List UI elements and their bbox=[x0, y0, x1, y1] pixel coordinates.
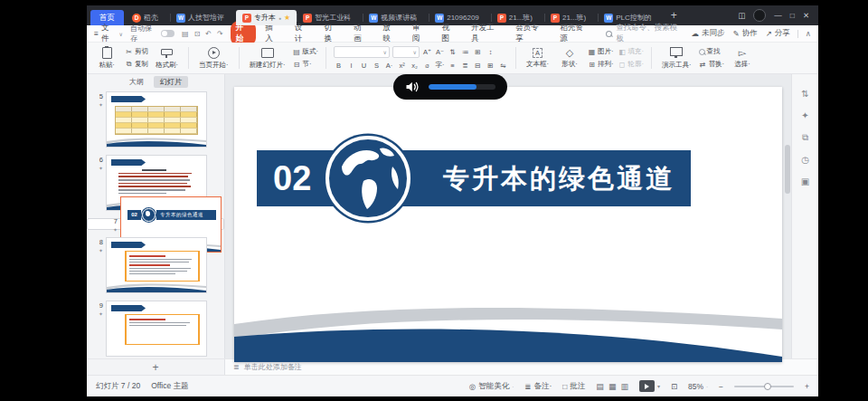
document-tab-label: 21096209 bbox=[447, 14, 479, 22]
play-from-current-button[interactable]: 当页开始· bbox=[196, 46, 231, 71]
zoom-level[interactable]: 85%· bbox=[688, 382, 708, 391]
format-tool-button[interactable]: ⊟ bbox=[473, 61, 483, 71]
format-tool-button[interactable]: ⊞ bbox=[486, 61, 495, 71]
zoom-slider[interactable] bbox=[734, 386, 794, 387]
document-tab[interactable]: D 稻壳 bbox=[126, 10, 170, 25]
slide-thumbnail-7-selected[interactable]: 7 ✦ 02 专升本的绿色通道 bbox=[87, 218, 224, 230]
arrange-button[interactable]: ⊞ 排列· bbox=[588, 60, 614, 69]
slideshow-play-button[interactable] bbox=[639, 380, 655, 392]
format-tool-button[interactable]: I bbox=[346, 61, 356, 71]
menubar-action[interactable]: ☁ 未同步 bbox=[692, 28, 725, 39]
format-tool-button[interactable]: A· bbox=[384, 61, 394, 71]
layers-panel-icon[interactable]: ⧉ bbox=[802, 132, 808, 143]
close-button[interactable]: ✕ bbox=[803, 11, 809, 20]
add-slide-button[interactable]: + bbox=[87, 359, 225, 375]
font-tool-button[interactable]: A⁻ bbox=[435, 47, 445, 57]
format-tool-button[interactable]: x² bbox=[397, 61, 407, 71]
quick-icon[interactable]: ↷ bbox=[217, 30, 223, 38]
avatar[interactable] bbox=[753, 9, 766, 22]
new-tab-button[interactable]: + bbox=[664, 9, 684, 22]
notes-button[interactable]: ≣ 备注· bbox=[524, 381, 552, 392]
slide-thumbnail-9[interactable]: 9 ✦ bbox=[87, 301, 224, 357]
collapse-ribbon-button[interactable]: ∧ bbox=[806, 29, 811, 38]
font-size-select[interactable]: ∨ bbox=[392, 46, 420, 58]
slides-tab[interactable]: 幻灯片 bbox=[154, 76, 188, 88]
quick-access-icons: ▤⊡↶↷ bbox=[182, 30, 223, 38]
document-tab[interactable]: W PLC控制的 bbox=[598, 10, 664, 25]
history-clock-icon[interactable]: ◷ bbox=[801, 155, 809, 165]
textbox-button[interactable]: A 文本框· bbox=[524, 47, 552, 70]
format-tool-button[interactable]: U bbox=[359, 61, 369, 71]
command-search[interactable]: 查找命令、搜索模板 bbox=[606, 23, 684, 44]
format-tool-button[interactable]: 字· bbox=[435, 61, 445, 71]
comments-button[interactable]: □ 批注 bbox=[562, 381, 585, 392]
zoom-slider-knob[interactable] bbox=[764, 383, 771, 390]
format-tool-button[interactable]: x₂ bbox=[410, 61, 420, 71]
copy-button[interactable]: ⧉ 复制 bbox=[125, 60, 148, 69]
vertical-scrollbar[interactable] bbox=[785, 145, 790, 194]
cut-button[interactable]: ✂ 剪切 bbox=[125, 47, 148, 56]
format-tool-button[interactable]: B bbox=[334, 61, 344, 71]
document-tab[interactable]: P 智光工业科 bbox=[297, 10, 363, 25]
format-tool-button[interactable]: ⌀ bbox=[422, 61, 432, 71]
document-tab[interactable]: P 21...班) bbox=[544, 10, 598, 25]
paste-button[interactable]: 粘贴· bbox=[93, 46, 120, 71]
slide-thumbnail-8[interactable]: 8 ✦ bbox=[87, 237, 224, 293]
font-tool-button[interactable]: ⊞ bbox=[473, 47, 483, 57]
slide-layout-button[interactable]: ▤ 版式· bbox=[293, 47, 319, 56]
document-tab[interactable]: P 21...班) bbox=[491, 10, 544, 25]
minimize-button[interactable]: — bbox=[774, 11, 782, 20]
split-view-icon[interactable]: ◫ bbox=[738, 11, 745, 20]
document-tab[interactable]: P 专升本 ● ★ bbox=[236, 10, 297, 25]
view-mode-icon[interactable]: ▤ bbox=[596, 382, 604, 391]
font-tool-button[interactable]: ≔ bbox=[460, 47, 470, 57]
restore-button[interactable]: □ bbox=[790, 11, 795, 20]
font-tool-button[interactable]: ↕ bbox=[486, 47, 495, 57]
autosave-toggle[interactable]: 自动保存 bbox=[130, 24, 175, 43]
menubar-action[interactable]: ✎ 协作 bbox=[733, 28, 758, 39]
format-tool-button[interactable]: ≡ bbox=[448, 61, 458, 71]
fit-slide-button[interactable]: ⊡ bbox=[671, 382, 677, 391]
font-name-select[interactable]: ∨ bbox=[334, 46, 390, 58]
fill-button[interactable]: ◧ 填充· bbox=[618, 47, 645, 56]
media-panel-icon[interactable]: ▣ bbox=[801, 177, 809, 186]
replace-button[interactable]: ⇄ 替换· bbox=[699, 60, 725, 69]
format-tool-button[interactable]: ⇋ bbox=[498, 61, 508, 71]
find-button[interactable]: 查找 bbox=[699, 47, 725, 56]
view-mode-icon[interactable]: ▥ bbox=[620, 382, 628, 391]
document-tab-label: 21...班) bbox=[509, 13, 533, 23]
theme-name[interactable]: Office 主题 bbox=[151, 381, 188, 392]
file-menu[interactable]: ≡ 文件 ∨ bbox=[94, 23, 123, 44]
menubar-action[interactable]: ↗ 分享 bbox=[766, 28, 790, 39]
outline-icon: ◻ bbox=[618, 61, 627, 69]
quick-icon[interactable]: ▤ bbox=[182, 30, 189, 38]
current-slide[interactable]: 02 专升本的绿色通道 bbox=[234, 87, 782, 362]
slide-thumbnail-5[interactable]: 5 ✦ bbox=[87, 91, 224, 148]
slide-canvas[interactable]: 02 专升本的绿色通道 bbox=[225, 74, 791, 358]
beautify-sparkle-icon[interactable]: ✦ bbox=[801, 110, 808, 120]
format-tool-button[interactable]: ≣ bbox=[460, 61, 470, 71]
shapes-button[interactable]: ◇ 形状· bbox=[556, 47, 583, 70]
format-tool-button[interactable]: S bbox=[372, 61, 382, 71]
zoom-in-button[interactable]: + bbox=[805, 382, 809, 391]
picture-button[interactable]: ▦ 图片· bbox=[588, 47, 614, 56]
document-tab[interactable]: W 人技智培评 bbox=[170, 10, 236, 25]
font-tool-button[interactable]: A⁺ bbox=[422, 47, 432, 57]
font-tool-button[interactable]: ⇅ bbox=[448, 47, 458, 57]
outline-button[interactable]: ◻ 轮廓· bbox=[618, 60, 645, 69]
quick-icon[interactable]: ↶ bbox=[205, 30, 212, 38]
outline-tab[interactable]: 大纲 bbox=[123, 76, 150, 88]
quick-icon[interactable]: ⊡ bbox=[194, 30, 201, 38]
view-mode-icon[interactable]: ▦ bbox=[609, 382, 617, 391]
select-button[interactable]: ▻ 选择· bbox=[729, 47, 756, 70]
play-options-caret[interactable]: ▾ bbox=[657, 383, 660, 389]
section-button[interactable]: ⊟ 节· bbox=[293, 60, 319, 69]
format-painter-button[interactable]: 格式刷· bbox=[153, 46, 181, 71]
document-tab[interactable]: W 视频课讲稿 bbox=[363, 10, 429, 25]
smart-beautify-button[interactable]: ◎ 智能美化 · bbox=[469, 381, 514, 392]
presentation-tools-button[interactable]: 演示工具· bbox=[659, 45, 694, 71]
new-slide-button[interactable]: 新建幻灯片· bbox=[247, 46, 288, 71]
document-tab[interactable]: W 21096209 bbox=[429, 10, 491, 25]
zoom-out-button[interactable]: − bbox=[719, 382, 723, 391]
properties-sliders-icon[interactable]: ⇅ bbox=[801, 89, 808, 99]
